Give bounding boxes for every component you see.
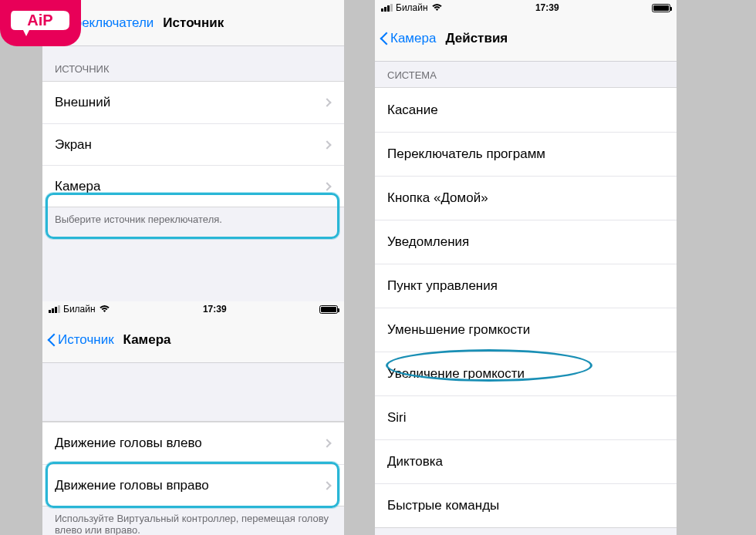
cell-label: Пункт управления [387, 278, 664, 294]
time-label: 17:39 [535, 2, 559, 13]
cell-external[interactable]: Внешний [42, 82, 344, 123]
status-left: Билайн [49, 304, 110, 315]
chevron-right-icon [322, 481, 331, 490]
spacer [42, 363, 344, 422]
screenshot-camera: Билайн 17:39 Источник Камера Движение го… [42, 301, 344, 535]
cell-siri[interactable]: Siri [375, 395, 677, 439]
cell-shortcuts[interactable]: Быстрые команды [375, 483, 677, 527]
chevron-back-icon [47, 332, 56, 348]
cell-label: Касание [387, 103, 664, 118]
cell-volume-up[interactable]: Увеличение громкости [375, 352, 677, 395]
chevron-right-icon [322, 439, 331, 447]
cell-label: Увеличение громкости [387, 366, 664, 382]
cell-screen[interactable]: Экран [42, 123, 344, 165]
cell-label: Движение головы вправо [55, 478, 324, 493]
nav-bar: Источник Камера [42, 317, 344, 363]
cell-head-left[interactable]: Движение головы влево [42, 422, 344, 464]
cell-touch[interactable]: Касание [375, 88, 677, 132]
battery-icon [319, 305, 338, 314]
cell-label: Диктовка [387, 454, 664, 469]
status-left: Билайн [381, 2, 443, 14]
nav-title: Камера [123, 332, 171, 348]
battery-icon [652, 4, 670, 12]
signal-icon [49, 305, 60, 313]
cell-label: Уведомления [387, 234, 664, 250]
signal-icon [381, 4, 393, 12]
cell-notifications[interactable]: Уведомления [375, 220, 677, 264]
section-footer: Используйте Виртуальный контроллер, пере… [42, 506, 344, 535]
cell-head-right[interactable]: Движение головы вправо [42, 464, 344, 506]
nav-bar: Переключатели Источник [42, 0, 344, 46]
section-header: ИСТОЧНИК [42, 46, 344, 81]
cell-home[interactable]: Кнопка «Домой» [375, 176, 677, 220]
back-label: Камера [390, 31, 436, 46]
source-list: Внешний Экран Камера [42, 81, 344, 207]
cell-volume-down[interactable]: Уменьшение громкости [375, 308, 677, 352]
back-button[interactable]: Источник [47, 332, 114, 348]
chevron-back-icon [380, 31, 389, 46]
movement-list: Движение головы влево Движение головы вп… [42, 422, 344, 506]
section-footer: Выберите источник переключателя. [42, 207, 344, 231]
cell-label: Экран [55, 137, 324, 153]
wifi-icon [99, 304, 110, 315]
cell-label: Уменьшение громкости [387, 322, 664, 338]
screenshot-source: Переключатели Источник ИСТОЧНИК Внешний … [42, 0, 344, 301]
nav-title: Действия [445, 31, 508, 46]
cell-dictation[interactable]: Диктовка [375, 439, 677, 483]
svg-text:AiP: AiP [27, 12, 52, 29]
chevron-right-icon [322, 98, 331, 106]
cell-label: Переключатель программ [387, 146, 664, 162]
cell-label: Камера [55, 179, 324, 194]
cell-app-switcher[interactable]: Переключатель программ [375, 132, 677, 176]
carrier-label: Билайн [396, 2, 428, 13]
cell-label: Движение головы влево [55, 436, 324, 451]
cell-label: Кнопка «Домой» [387, 190, 664, 206]
wifi-icon [431, 2, 443, 14]
logo-svg: AiP [8, 7, 73, 39]
cell-camera[interactable]: Камера [42, 165, 344, 207]
status-right [319, 305, 338, 314]
chevron-right-icon [322, 182, 331, 190]
back-label: Источник [58, 332, 114, 348]
carrier-label: Билайн [63, 304, 96, 315]
chevron-right-icon [322, 140, 331, 149]
aip-logo: AiP [0, 0, 81, 46]
screenshot-actions: Билайн 17:39 Камера Действия СИСТЕМА Кас… [375, 0, 677, 535]
back-button[interactable]: Камера [380, 31, 436, 46]
cell-control-center[interactable]: Пункт управления [375, 264, 677, 308]
section-header: СИСТЕМА [375, 62, 677, 87]
cell-label: Внешний [55, 95, 324, 110]
cell-label: Быстрые команды [387, 498, 664, 513]
actions-list: Касание Переключатель программ Кнопка «Д… [375, 87, 677, 528]
status-right [652, 4, 670, 12]
nav-title: Источник [163, 15, 224, 31]
status-bar: Билайн 17:39 [42, 301, 344, 317]
cell-label: Siri [387, 410, 664, 426]
status-bar: Билайн 17:39 [375, 0, 677, 15]
time-label: 17:39 [203, 304, 227, 315]
nav-bar: Камера Действия [375, 15, 677, 62]
